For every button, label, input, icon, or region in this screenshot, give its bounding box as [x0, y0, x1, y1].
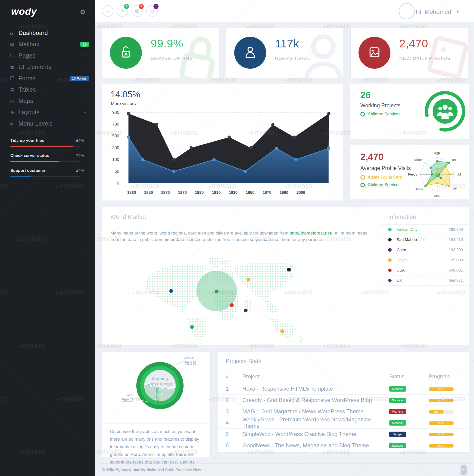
task-progressbar[interactable] [10, 176, 80, 177]
map-marker[interactable] [215, 289, 218, 293]
svg-text:Blogs: Blogs [415, 187, 423, 191]
table-row[interactable]: 3MAG = Grid Magazine / News WordPress Th… [218, 406, 469, 417]
map-marker[interactable] [246, 278, 250, 281]
map-marker[interactable] [190, 325, 194, 329]
task-percent: 30% [76, 169, 85, 172]
world-market-card: World Market Many maps of the world, wor… [102, 207, 469, 345]
user-greeting[interactable]: Hi, Mohamed [415, 8, 451, 16]
project-name: SimpleWox - WordPress Creative Blog Them… [242, 431, 389, 437]
legend-item[interactable]: Children Services [360, 112, 400, 117]
stat-label: SERVER UPTIME [151, 56, 193, 61]
status-badge: Success [389, 443, 406, 448]
sidebar-task: Check server status70% [10, 153, 85, 162]
project-name: MAG = Grid Magazine / News WordPress The… [242, 408, 389, 415]
avatar[interactable] [399, 3, 415, 19]
information-row[interactable]: UK654.871 [381, 275, 469, 286]
home-shortcut-button[interactable]: ⌂ [102, 5, 113, 17]
country-dot-icon [388, 258, 392, 262]
user-ghost-icon [297, 31, 344, 78]
sidebar-item-forms[interactable]: ❒Forms15 Forms [0, 73, 95, 84]
legend-item[interactable]: Children Services [360, 183, 400, 187]
submenu-dots-icon: •• [84, 54, 87, 58]
map-marker[interactable] [287, 268, 291, 271]
sidebar-item-dashboard[interactable]: ⌂Dashboard [0, 27, 95, 39]
table-row[interactable]: 4WeeklyNews - Premium Wordpress News/Mag… [218, 417, 469, 428]
table-row[interactable]: 1Hexa - Responsive HTML5 TemplateSuccess… [218, 383, 469, 394]
status-badge: Success [389, 420, 406, 425]
morning-donut-center: MorningClass Graph 5th day [144, 370, 176, 401]
sidebar-item-maps[interactable]: ◎Maps•• [0, 95, 95, 107]
map-marker[interactable] [244, 308, 247, 312]
sidebar-item-tables[interactable]: ▤Tables•• [0, 84, 95, 95]
legend-item[interactable]: Adults Social Care [360, 175, 402, 180]
notification-badge: 1 [153, 3, 159, 9]
status-cell: Success [389, 420, 429, 425]
table-row[interactable]: 5SimpleWox - WordPress Creative Blog The… [218, 428, 469, 440]
sidebar-item-label: Menu Levels [18, 120, 53, 127]
visitors-subtitle: More visitors [111, 101, 136, 106]
divider [102, 225, 381, 225]
information-title: Infomation [388, 213, 416, 221]
task-row: Tidy up your files90% [10, 138, 85, 143]
morning-donut-inner-ring: MorningClass Graph 5th day [140, 366, 180, 405]
task-progressbar[interactable] [10, 146, 80, 147]
visitors-area-chart: 9007005003001005001830185018701870189019… [109, 108, 333, 197]
table-row[interactable]: 6GoodNews - The News, Magazine and Blog … [218, 440, 469, 451]
information-row[interactable]: Egypt125,000 [381, 255, 469, 265]
chevron-down-icon[interactable]: ▼ [456, 9, 460, 14]
watermark-leaf-icon: ● [361, 77, 364, 83]
country-label: USA [397, 268, 449, 273]
svg-text:500: 500 [112, 134, 119, 138]
progress-bar: %100 [429, 399, 454, 402]
mail-shortcut-button[interactable]: ✉9 [117, 5, 128, 17]
information-row[interactable]: USA658.001 [381, 265, 469, 275]
column-header: Progress [429, 374, 461, 380]
projects-table: #ProjectStatusProgress1Hexa - Responsive… [218, 370, 469, 451]
map-marker[interactable] [280, 329, 284, 333]
progress-bar: %100 [429, 444, 454, 448]
sidebar-task: Tidy up your files90% [10, 138, 85, 147]
men-callout: Men %62 [117, 393, 133, 404]
sidebar-item-mailbox[interactable]: ✉Mailbox10 [0, 39, 95, 50]
sidebar-item-menu-levels[interactable]: ≡Menu Levels•• [0, 118, 95, 129]
sidebar-item-label: Pages [18, 52, 35, 59]
watermark-leaf-icon: ● [132, 77, 135, 83]
themeforest-link[interactable]: http://themeforest.net/ [290, 231, 332, 236]
country-value: 154.210 [449, 238, 463, 242]
information-row[interactable]: Vatican City293,200 [381, 224, 469, 235]
progress-cell: %100 [429, 421, 461, 425]
country-value: 293,200 [449, 227, 463, 232]
svg-text:Text: Text [452, 158, 457, 162]
task-percent: 90% [76, 138, 85, 142]
table-row[interactable]: 2Greedly - Grid Based & Responsive WordP… [218, 394, 469, 406]
map-marker[interactable] [230, 303, 233, 307]
task-progress-fill [10, 161, 59, 162]
sidebar-item-layouts[interactable]: ❖Layouts•• [0, 107, 95, 118]
svg-text:1890: 1890 [195, 190, 204, 195]
women-callout: Women %38 [184, 356, 196, 367]
sidebar-item-pages[interactable]: ❐Pages•• [0, 50, 95, 61]
pages-shortcut-button[interactable]: ❐1 [146, 5, 158, 17]
world-map [137, 256, 313, 345]
country-value: 193,200 [449, 248, 463, 252]
task-row: Support costumer30% [10, 168, 85, 173]
svg-text:1850: 1850 [144, 190, 153, 195]
stat-card-lock: 99.9%SERVER UPTIME [102, 28, 219, 78]
task-progress-fill [10, 146, 73, 147]
mail-icon: ✉ [10, 42, 18, 47]
sidebar-item-ui-elements[interactable]: ▦UI Elements•• [0, 61, 95, 73]
pages-icon: ❐ [150, 8, 154, 14]
back-to-top-button[interactable]: ∧ [461, 465, 467, 475]
maps-icon: ◎ [10, 98, 18, 104]
information-row[interactable]: San Marino154.210 [381, 235, 469, 245]
stat-value: 99.9% [151, 37, 183, 50]
submenu-dots-icon: •• [84, 122, 87, 126]
svg-text:2006: 2006 [297, 190, 305, 195]
ui-shortcut-button[interactable]: ▦5 [131, 5, 143, 17]
information-row[interactable]: Cairo193,200 [381, 245, 469, 255]
map-marker[interactable] [169, 289, 173, 293]
visitors-chart-card: 14.85% More visitors 9007005003001005001… [102, 83, 343, 201]
task-progressbar[interactable] [10, 161, 80, 162]
stat-card-user: 117kUSERS TOTAL [226, 28, 344, 78]
gear-icon[interactable]: ⚙ [80, 8, 86, 16]
